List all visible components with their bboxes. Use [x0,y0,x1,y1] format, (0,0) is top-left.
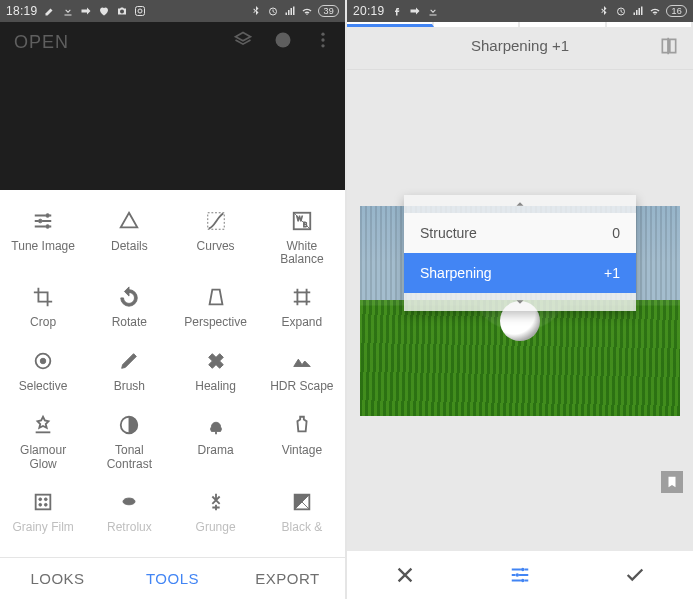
adjust-value: 0 [612,225,620,241]
info-icon[interactable] [273,30,293,53]
drama-icon [203,412,229,438]
svg-point-25 [521,568,525,572]
cancel-button[interactable] [347,551,462,599]
compare-icon[interactable] [659,36,679,59]
alarm-icon [267,5,279,17]
tool-label: Vintage [282,444,322,458]
tool-curves[interactable]: Curves [173,206,259,268]
hdr-scape-icon [289,348,315,374]
tab-export[interactable]: EXPORT [230,558,345,599]
tab-looks[interactable]: LOOKS [0,558,115,599]
adjust-title: Sharpening +1 [471,37,569,54]
svg-text:B: B [303,221,307,228]
tool-grunge[interactable]: Grunge [173,487,259,537]
statusbar-right: 20:19 16 [347,0,693,22]
tool-retrolux[interactable]: Retrolux [86,487,172,537]
tool-rotate[interactable]: Rotate [86,282,172,332]
share-icon [409,5,421,17]
white-balance-icon: WB [289,208,315,234]
adjust-row-sharpening[interactable]: Sharpening+1 [404,253,636,293]
details-icon [116,208,142,234]
phone-right-adjust: 20:19 16 Sharpening +1 Structure0Sharpen [347,0,693,599]
tool-healing[interactable]: Healing [173,346,259,396]
tool-label: Expand [282,316,323,330]
tool-label: Grainy Film [12,521,73,535]
tool-perspective[interactable]: Perspective [173,282,259,332]
tool-label: Brush [114,380,145,394]
statusbar-left: 18:19 39 [0,0,345,22]
bluetooth-icon [598,5,610,17]
adjust-name: Structure [420,225,477,241]
svg-point-7 [46,214,50,218]
tonal-contrast-icon [116,412,142,438]
tool-selective[interactable]: Selective [0,346,86,396]
phone-left-tools: 18:19 39 OPEN Tune ImageDetailsCurvesWBW… [0,0,347,599]
download-icon [427,5,439,17]
svg-rect-18 [36,494,51,509]
perspective-icon [203,284,229,310]
tune-button[interactable] [462,551,577,599]
svg-point-5 [321,38,324,41]
svg-point-19 [39,498,42,501]
signal-icon [632,5,644,17]
chevron-down-icon[interactable] [404,293,636,311]
expand-icon [289,284,315,310]
svg-point-22 [45,503,48,506]
healing-icon [203,348,229,374]
tool-label: Details [111,240,148,254]
svg-point-1 [138,9,142,13]
chevron-up-icon[interactable] [404,195,636,213]
editor-canvas[interactable]: Structure0Sharpening+1 [347,70,693,551]
signal-icon [284,5,296,17]
alarm-icon [615,5,627,17]
tool-label: Crop [30,316,56,330]
tool-grainy-film[interactable]: Grainy Film [0,487,86,537]
tool-drama[interactable]: Drama [173,410,259,472]
tool-label: Rotate [112,316,147,330]
tool-label: Black & [282,521,323,535]
tool-crop[interactable]: Crop [0,282,86,332]
glamour-glow-icon [30,412,56,438]
svg-rect-0 [135,7,144,16]
tool-white-balance[interactable]: WBWhite Balance [259,206,345,268]
bookmark-button[interactable] [661,471,683,493]
tools-panel: Tune ImageDetailsCurvesWBWhite BalanceCr… [0,190,345,557]
layers-icon[interactable] [233,30,253,53]
tool-brush[interactable]: Brush [86,346,172,396]
adjust-panel[interactable]: Structure0Sharpening+1 [404,195,636,311]
tool-glamour-glow[interactable]: Glamour Glow [0,410,86,472]
wifi-icon [649,5,661,17]
heart-icon [98,5,110,17]
tool-tonal-contrast[interactable]: Tonal Contrast [86,410,172,472]
svg-point-3 [276,33,291,48]
crop-icon [30,284,56,310]
tool-black-white[interactable]: Black & [259,487,345,537]
overflow-menu-icon[interactable] [313,30,333,53]
download-icon [62,5,74,17]
svg-point-27 [521,579,525,583]
tool-details[interactable]: Details [86,206,172,268]
svg-point-9 [46,225,50,229]
apply-button[interactable] [578,551,693,599]
brush-icon [116,348,142,374]
adjust-row-structure[interactable]: Structure0 [404,213,636,253]
facebook-icon [391,5,403,17]
adjust-name: Sharpening [420,265,492,281]
bluetooth-icon [250,5,262,17]
selective-icon [30,348,56,374]
tool-vintage[interactable]: Vintage [259,410,345,472]
open-button[interactable]: OPEN [14,32,69,53]
tune-image-icon [30,208,56,234]
svg-point-6 [321,44,324,47]
tool-label: Tune Image [11,240,75,254]
svg-point-8 [39,219,43,223]
tool-tune-image[interactable]: Tune Image [0,206,86,268]
tool-hdr-scape[interactable]: HDR Scape [259,346,345,396]
status-time: 20:19 [353,4,385,18]
tool-label: Perspective [184,316,247,330]
status-time: 18:19 [6,4,38,18]
tab-tools[interactable]: TOOLS [115,558,230,599]
black-white-icon [289,489,315,515]
tool-expand[interactable]: Expand [259,282,345,332]
editor-titlebar: Sharpening +1 [347,22,693,70]
